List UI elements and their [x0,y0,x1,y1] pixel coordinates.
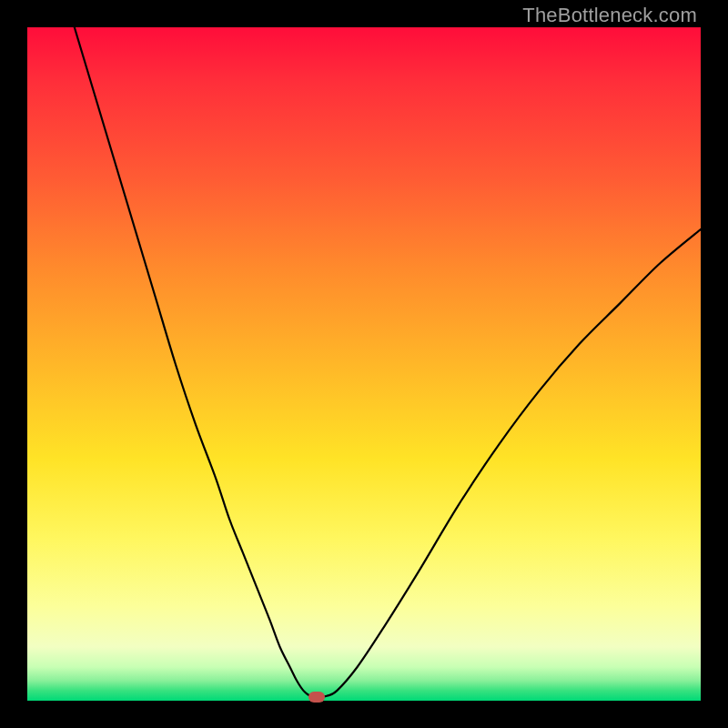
balance-marker [308,692,325,703]
curve-layer [27,27,701,701]
bottleneck-curve [75,27,701,697]
chart-frame: TheBottleneck.com [0,0,728,728]
watermark-text: TheBottleneck.com [522,4,697,27]
